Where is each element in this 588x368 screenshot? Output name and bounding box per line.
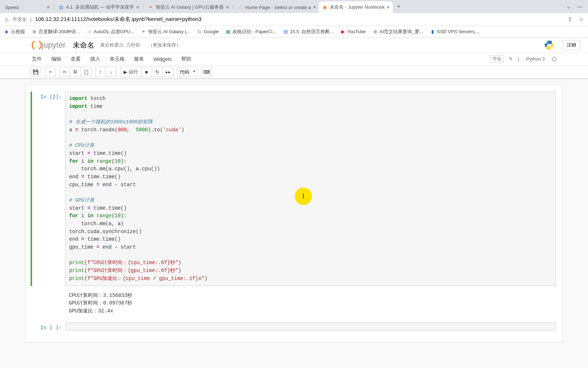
table-icon: ▦ <box>225 29 231 35</box>
move-down-button[interactable]: ↓ <box>106 67 117 77</box>
jupyter-header: jupyter 未命名 最近检查点: 几秒前 （更改未保存） 注销 <box>0 38 588 53</box>
security-label: 不安全 <box>13 16 27 23</box>
globe-icon: ⊛ <box>372 29 378 35</box>
code-input[interactable] <box>65 323 556 330</box>
restart-button[interactable]: ↻ <box>152 67 163 77</box>
cell-prompt: In [2]: <box>32 92 65 286</box>
server-icon: ▮ <box>429 29 435 35</box>
menu-help[interactable]: 帮助 <box>181 56 191 62</box>
save-button[interactable]: 💾 <box>30 67 41 77</box>
notebook-icon: ▣ <box>322 4 328 10</box>
bookmark-item[interactable]: ▶YouTube <box>340 29 366 35</box>
close-icon[interactable]: × <box>136 4 139 10</box>
jupyter-icon: ◌ <box>237 4 243 10</box>
globe-icon: ◇ <box>86 29 92 35</box>
kernel-name[interactable]: Python 3 <box>526 56 545 62</box>
globe-icon: ◆ <box>4 29 9 35</box>
bookmark-item[interactable]: ✦智星云 AI Galaxy |... <box>141 29 190 35</box>
close-icon[interactable]: × <box>47 4 50 10</box>
edit-icon[interactable]: ✎ <box>509 56 513 62</box>
tab-aigalaxy[interactable]: ✦ 智星云 AI Galaxy | GPU云服务器 × <box>145 1 232 13</box>
jupyter-menu-bar: 文件 编辑 查看 插入 单元格 服务 Widgets 帮助 可信 ✎ | Pyt… <box>0 53 588 65</box>
new-tab-button[interactable]: + <box>393 3 405 10</box>
url-text[interactable]: 106.12.32.214:11112/notebooks/未命名.ipynb?… <box>35 16 201 23</box>
run-button[interactable]: ▶运行 <box>120 67 141 77</box>
kernel-indicator-icon[interactable] <box>552 57 556 61</box>
tabs-dropdown-icon[interactable]: ⌄ <box>566 4 571 9</box>
bookmark-item[interactable]: ▦表格识别 - PaperCl... <box>225 29 276 35</box>
unsaved-label: （更改未保存） <box>148 42 181 48</box>
move-up-button[interactable]: ↑ <box>95 67 106 77</box>
jupyter-toolbar: 💾 ＋ ✂ ⧉ 📋 ↑ ↓ ▶运行 ■ ↻ ▸▸ 代码 ⌨ <box>0 65 588 79</box>
logout-button[interactable]: 注销 <box>563 40 580 50</box>
menu-view[interactable]: 查看 <box>71 56 81 62</box>
bookmark-item[interactable]: ◇AutoDL-品质GPU... <box>86 29 134 35</box>
trusted-indicator[interactable]: 可信 <box>490 55 504 63</box>
bookmark-item[interactable]: GGoogle <box>196 29 219 35</box>
address-bar: ⚠ 不安全 | 106.12.32.214:11112/notebooks/未命… <box>0 13 588 26</box>
bookmark-item[interactable]: ⊛AI范文结果查询_爱... <box>372 29 423 35</box>
menu-file[interactable]: 文件 <box>32 56 42 62</box>
restart-run-all-button[interactable]: ▸▸ <box>163 67 174 77</box>
close-icon[interactable]: × <box>387 4 390 10</box>
star-icon: ✦ <box>141 29 147 35</box>
star-icon: ✦ <box>148 4 153 10</box>
close-icon[interactable]: × <box>226 4 229 10</box>
bookmark-star-icon[interactable]: ☆ <box>579 16 584 23</box>
minimize-icon[interactable]: — <box>577 4 582 9</box>
menu-insert[interactable]: 插入 <box>90 56 100 62</box>
bookmarks-bar: ◆云校园 ⊛百度翻译-200种语... ◇AutoDL-品质GPU... ✦智星… <box>0 26 588 38</box>
code-cell-empty[interactable]: In [ ]: <box>32 323 556 330</box>
insecure-icon[interactable]: ⚠ <box>4 17 9 22</box>
play-icon: ▶ <box>124 69 127 75</box>
cell-output: CPU计算时间：3.156833秒 GPU计算时间：0.097367秒 GPU加… <box>32 290 556 317</box>
menu-kernel[interactable]: 服务 <box>134 56 144 62</box>
notebook-inner: In [2]: import torch import time # 生成一个随… <box>25 84 563 342</box>
tab-notebook-active[interactable]: ▣ 未命名 - Jupyter Notebook × <box>319 1 393 13</box>
menu-edit[interactable]: 编辑 <box>51 56 61 62</box>
code-input[interactable]: import torch import time # 生成一个随机的1000x1… <box>65 92 556 286</box>
close-icon[interactable]: × <box>313 4 316 10</box>
tab-jupyter-home[interactable]: ◌ Home Page - Select or create a × <box>235 1 319 13</box>
python-logo-icon <box>544 40 554 50</box>
cell-prompt: In [ ]: <box>32 323 65 330</box>
bookmark-item[interactable]: ◆云校园 <box>4 29 25 35</box>
copy-button[interactable]: ⧉ <box>70 67 81 77</box>
jupyter-logo-icon[interactable] <box>32 40 42 50</box>
menu-widgets[interactable]: Widgets <box>153 56 172 62</box>
checkpoint-label: 最近检查点: 几秒前 <box>100 42 140 48</box>
tab-d2l[interactable]: ▤ 4.1. 多层感知机 — 动手学深度学 × <box>55 1 142 13</box>
menu-cell[interactable]: 单元格 <box>110 56 125 62</box>
browser-tab-strip: Speed. × | ▤ 4.1. 多层感知机 — 动手学深度学 × | ✦ 智… <box>0 0 588 13</box>
share-icon[interactable]: ⇪ <box>567 16 572 23</box>
notebook-title[interactable]: 未命名 <box>73 40 94 50</box>
command-palette-button[interactable]: ⌨ <box>201 67 212 77</box>
globe-icon: ⊛ <box>31 29 37 35</box>
add-cell-button[interactable]: ＋ <box>45 67 55 77</box>
bookmark-item[interactable]: ▮SSD VPS Servers,... <box>429 29 480 35</box>
jupyter-brand: jupyter <box>42 40 66 50</box>
text-cursor-highlight: I <box>295 188 312 205</box>
tab-speed[interactable]: Speed. × <box>2 1 53 13</box>
output-text: CPU计算时间：3.156833秒 GPU计算时间：0.097367秒 GPU加… <box>65 290 556 317</box>
code-cell[interactable]: In [2]: import torch import time # 生成一个随… <box>31 92 556 286</box>
bookmark-item[interactable]: ▤15.5. 自然语言推断... <box>283 29 334 35</box>
book-icon: ▤ <box>283 29 289 35</box>
cut-button[interactable]: ✂ <box>59 67 70 77</box>
google-icon: G <box>196 29 202 35</box>
notebook-container: In [2]: import torch import time # 生成一个随… <box>0 79 588 368</box>
bookmark-item[interactable]: ⊛百度翻译-200种语... <box>31 29 80 35</box>
cell-type-select[interactable]: 代码 <box>177 67 197 77</box>
stop-button[interactable]: ■ <box>141 67 152 77</box>
book-icon: ▤ <box>58 4 64 10</box>
paste-button[interactable]: 📋 <box>81 67 92 77</box>
youtube-icon: ▶ <box>340 29 346 35</box>
